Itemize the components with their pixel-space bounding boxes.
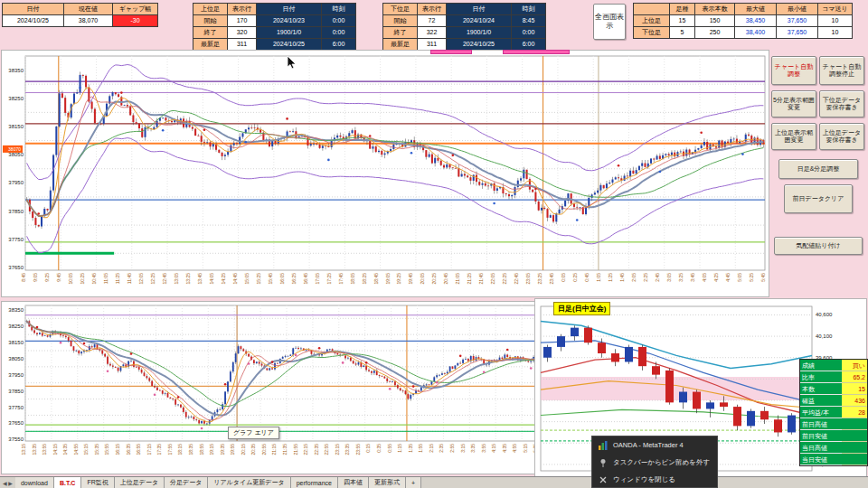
context-menu-item-1[interactable]: OANDA - MetaTrader 4	[592, 436, 717, 454]
svg-text:23:55: 23:55	[355, 444, 361, 455]
svg-text:1:15: 1:15	[397, 444, 402, 453]
settings-cell: 15	[670, 15, 695, 27]
sheet-nav-arrows[interactable]: ◀ ▶	[0, 477, 15, 488]
svg-text:0:15: 0:15	[365, 444, 371, 453]
sheet-tab-3[interactable]: FR監視	[81, 477, 114, 488]
chart-auto-adjust-button[interactable]: チャート自動調整	[771, 56, 816, 85]
mt4-icon	[599, 441, 608, 450]
svg-text:17:05: 17:05	[315, 273, 320, 285]
current-date-value: 2024/10/25	[3, 15, 64, 27]
svg-text:19:05: 19:05	[385, 273, 391, 285]
upper-row-count: 170	[228, 15, 257, 27]
sheet-tab-2[interactable]: B.T.C	[54, 477, 82, 488]
price-info-table: 日付現在値ギャップ幅2024/10/2538,070-30	[2, 3, 158, 27]
svg-text:40,600: 40,600	[816, 312, 833, 317]
performance-value: 65.2	[842, 371, 867, 383]
svg-text:3:15: 3:15	[460, 444, 466, 453]
svg-text:14:15: 14:15	[52, 444, 58, 455]
svg-text:0:35: 0:35	[376, 444, 382, 453]
lower-row-date: 1900/1/0	[447, 27, 512, 39]
sheet-tab-9[interactable]: 更新形式	[369, 477, 406, 488]
sheet-tab-10[interactable]: +	[406, 477, 421, 488]
sheet-tab-6[interactable]: リアルタイム更新データ	[208, 477, 290, 488]
svg-text:11:45: 11:45	[127, 273, 132, 284]
signal-band-2	[503, 50, 570, 54]
upper-row-label: 開始	[193, 15, 228, 27]
svg-text:4:05: 4:05	[702, 273, 707, 282]
svg-text:16:05: 16:05	[279, 273, 285, 285]
fullscreen-button[interactable]: 全画面表示	[593, 4, 626, 40]
lower-col-header: 表示行	[418, 4, 447, 15]
context-menu-label: タスクバーからピン留めを外す	[613, 458, 710, 467]
upper-range-change-button[interactable]: 上位足表示範囲変更	[771, 123, 816, 150]
svg-text:37550: 37550	[8, 436, 24, 442]
performance-value	[842, 430, 867, 442]
settings-col-header: 最大値	[735, 4, 777, 15]
context-menu-item-2[interactable]: タスクバーからピン留めを外す	[592, 454, 717, 471]
svg-text:13:45: 13:45	[197, 273, 203, 285]
svg-text:17:45: 17:45	[338, 273, 344, 285]
svg-text:5:15: 5:15	[523, 444, 528, 453]
mouse-cursor	[287, 56, 297, 74]
svg-text:16:45: 16:45	[303, 273, 308, 285]
intraday-main-chart: 3835038250381503805037950378503775037650…	[1, 50, 769, 297]
settings-col-header: コマ送り	[818, 4, 853, 15]
context-menu-item-3[interactable]: ウィンドウを閉じる	[592, 471, 717, 488]
performance-label: 本数	[800, 383, 842, 395]
upper-row-label: 最新足	[193, 39, 228, 51]
svg-text:5:05: 5:05	[737, 273, 742, 282]
settings-row-label: 下位足	[634, 27, 670, 39]
quote-paste-button[interactable]: 気配値貼り付け	[774, 237, 863, 255]
daily-minute-adjust-button[interactable]: 日足&分足調整	[778, 159, 858, 179]
svg-text:12:45: 12:45	[162, 273, 167, 285]
sheet-tab-1[interactable]: download	[15, 477, 54, 488]
lower-row-time: 6:00	[512, 39, 546, 51]
svg-text:10:25: 10:25	[80, 273, 85, 285]
taskbar-context-menu: OANDA - MetaTrader 4タスクバーからピン留めを外すウィンドウを…	[591, 436, 718, 488]
svg-text:23:15: 23:15	[335, 444, 340, 455]
lower-row-count: 72	[418, 15, 447, 27]
performance-label: 成績	[800, 360, 842, 371]
upper-row-count: 320	[228, 27, 257, 39]
svg-text:17:35: 17:35	[156, 444, 162, 455]
svg-text:17:25: 17:25	[326, 273, 332, 285]
lower-row-time: 8:45	[512, 15, 546, 27]
chart-auto-stop-button[interactable]: チャート自動調整停止	[819, 56, 864, 85]
svg-text:2:45: 2:45	[655, 273, 660, 282]
performance-value	[842, 454, 867, 465]
svg-text:13:25: 13:25	[185, 273, 191, 285]
settings-cell: 250	[695, 27, 735, 39]
upper-data-save-button[interactable]: 上位足データ要保存書き	[819, 123, 864, 150]
sheet-tab-8[interactable]: 四本値	[338, 477, 369, 488]
svg-text:3:25: 3:25	[678, 273, 684, 282]
lower-data-save-button[interactable]: 下位足データ要保存書き	[819, 90, 864, 117]
sheet-tab-7[interactable]: performance	[291, 477, 338, 488]
prev-day-clear-button[interactable]: 前日データクリア	[784, 184, 853, 213]
upper-timeframe-table: 上位足表示行日付時刻開始1702024/10/230:00終了3201900/1…	[193, 3, 356, 51]
upper-row-date: 2024/10/25	[257, 39, 322, 51]
performance-value: 買い	[842, 360, 867, 371]
svg-text:38150: 38150	[8, 340, 24, 345]
svg-text:0:05: 0:05	[561, 273, 566, 282]
settings-cell: 38,400	[735, 27, 777, 39]
range-5min-change-button[interactable]: 5分足表示範囲変更	[771, 90, 816, 117]
svg-text:19:45: 19:45	[408, 273, 413, 285]
sheet-tab-4[interactable]: 上位足データ	[115, 477, 165, 488]
performance-row: 成績買い	[800, 360, 867, 371]
svg-text:23:35: 23:35	[344, 444, 350, 455]
svg-text:8:45: 8:45	[21, 273, 26, 282]
settings-cell: 38,450	[735, 15, 777, 27]
settings-cell: 37,650	[777, 15, 818, 27]
svg-text:18:35: 18:35	[188, 444, 193, 455]
svg-text:19:25: 19:25	[396, 273, 401, 285]
svg-text:22:35: 22:35	[314, 444, 319, 455]
svg-text:18:25: 18:25	[362, 273, 367, 285]
svg-text:4:55: 4:55	[512, 444, 517, 453]
gap-value: -30	[113, 15, 158, 27]
svg-text:2:05: 2:05	[631, 273, 637, 282]
svg-text:21:55: 21:55	[293, 444, 298, 455]
intraday-sub-chart: 3835038250381503805037950378503775037650…	[1, 301, 552, 474]
svg-text:38070: 38070	[8, 146, 21, 152]
lower-row-label: 終了	[383, 27, 418, 39]
sheet-tab-5[interactable]: 分足データ	[165, 477, 208, 488]
